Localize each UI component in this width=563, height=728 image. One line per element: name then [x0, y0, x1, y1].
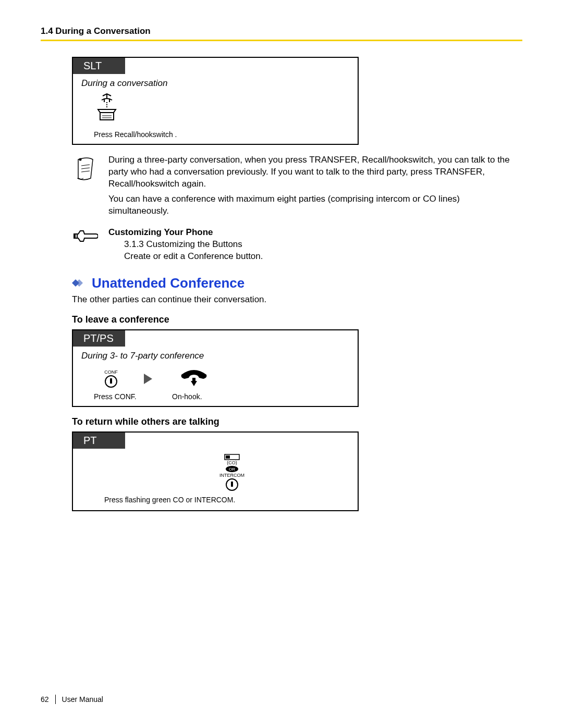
instruction-box-ptps: PT/PS During 3- to 7-party conference CO…	[72, 329, 359, 407]
note-paragraph: During a three-party conversation, when …	[108, 154, 522, 190]
box-caption: Press Recall/hookswitch .	[73, 127, 358, 144]
reference-title: Customizing Your Phone	[108, 227, 213, 237]
reference-text: Customizing Your Phone 3.1.3 Customizing…	[108, 227, 263, 263]
box-caption-left: Press CONF.	[94, 392, 172, 401]
svg-rect-10	[110, 378, 112, 384]
box-caption-right: On-hook.	[172, 392, 202, 401]
note-block: During a three-party conversation, when …	[72, 154, 522, 217]
svg-rect-13	[226, 455, 230, 459]
box-subtitle: During a conversation	[73, 74, 358, 91]
reference-line: Create or edit a Conference button.	[124, 251, 263, 263]
note-text: During a three-party conversation, when …	[108, 154, 522, 217]
note-paragraph: You can have a conference with maximum e…	[108, 193, 522, 217]
svg-point-6	[79, 158, 82, 161]
subheading: To return while others are talking	[72, 416, 522, 427]
conf-label: CONF	[104, 369, 118, 375]
box-tab: PT/PS	[73, 330, 125, 347]
instruction-box-pt: PT (CO) OR INTERCOM Press flashing green…	[72, 431, 359, 511]
co-intercom-icon: (CO) OR INTERCOM	[115, 454, 349, 491]
section-heading: Unattended Conference	[72, 275, 522, 291]
notepad-icon	[72, 154, 98, 183]
svg-rect-17	[231, 482, 233, 487]
reference-block: Customizing Your Phone 3.1.3 Customizing…	[72, 227, 522, 263]
pointing-hand-icon	[72, 227, 98, 248]
arrow-icon	[144, 374, 152, 384]
onhook-icon	[178, 368, 210, 389]
section-heading-text: Unattended Conference	[92, 275, 244, 291]
subheading: To leave a conference	[72, 314, 522, 325]
page-footer: 62 User Manual	[41, 695, 103, 704]
box-tab: SLT	[73, 58, 125, 74]
box-caption: Press flashing green CO or INTERCOM.	[73, 492, 358, 509]
running-head: 1.4 During a Conversation	[41, 26, 522, 36]
box-tab: PT	[73, 433, 125, 449]
svg-text:OR: OR	[229, 467, 235, 472]
footer-label: User Manual	[62, 695, 103, 704]
box-subtitle: During 3- to 7-party conference	[73, 347, 358, 363]
svg-rect-11	[192, 378, 195, 382]
page-number: 62	[41, 695, 55, 704]
conf-button-icon: CONF	[104, 369, 118, 388]
page: 1.4 During a Conversation SLT During a c…	[0, 0, 563, 728]
hookswitch-icon	[94, 93, 120, 125]
diamond-bullet-icon	[72, 278, 87, 288]
header-rule	[41, 40, 522, 41]
section-body: The other parties can continue their con…	[72, 294, 522, 305]
footer-separator	[55, 695, 56, 704]
co-label: (CO)	[227, 460, 237, 465]
intercom-label: INTERCOM	[219, 473, 244, 478]
reference-line: 3.1.3 Customizing the Buttons	[124, 239, 263, 251]
instruction-box-slt: SLT During a conversation Press Recall/h…	[72, 57, 359, 145]
